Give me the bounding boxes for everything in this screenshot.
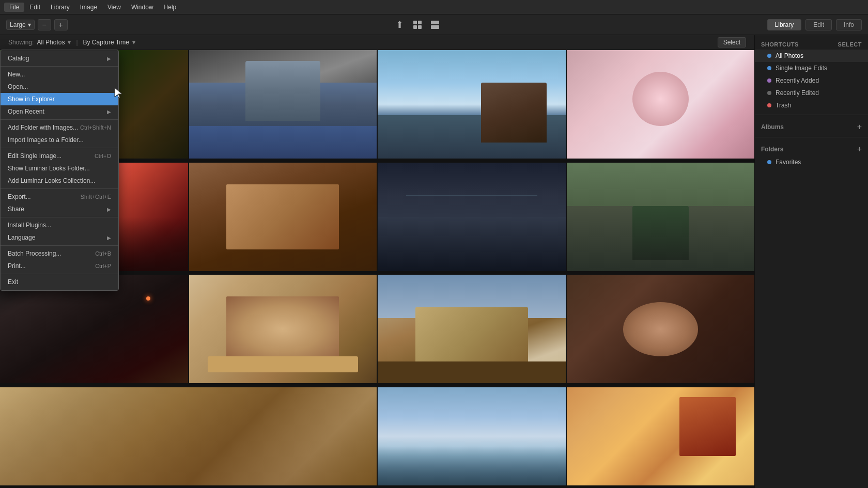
svg-rect-2 (413, 25, 417, 29)
dropdown-show-explorer[interactable]: Show in Explorer (1, 93, 118, 105)
zoom-in-button[interactable]: + (54, 19, 68, 30)
batch-label: Batch Processing... (8, 250, 61, 257)
photo-cell[interactable] (189, 275, 377, 383)
sidebar-item-recently-added[interactable]: Recently Added (755, 74, 868, 87)
svg-rect-5 (431, 25, 439, 29)
dropdown-add-folder[interactable]: Add Folder with Images... Ctrl+Shift+N (1, 121, 118, 134)
edit-tab[interactable]: Edit (805, 19, 832, 30)
sidebar-item-recently-edited[interactable]: Recently Edited (755, 87, 868, 99)
grid-view-icon[interactable] (410, 17, 425, 33)
sidebar-item-all-photos[interactable]: All Photos (755, 50, 868, 62)
size-label: Large (10, 21, 26, 28)
dropdown-new[interactable]: New... (1, 68, 118, 81)
dropdown-show-luminar-looks[interactable]: Show Luminar Looks Folder... (1, 162, 118, 175)
upload-icon[interactable]: ⬆ (392, 17, 408, 33)
open-label: Open... (8, 83, 28, 90)
dropdown-open-recent[interactable]: Open Recent ▶ (1, 105, 118, 118)
dropdown-separator (1, 66, 118, 67)
dropdown-language[interactable]: Language ▶ (1, 231, 118, 244)
zoom-out-button[interactable]: − (38, 19, 51, 30)
sidebar: Shortcuts Select All Photos Single Image… (754, 35, 868, 488)
menu-library[interactable]: Library (45, 3, 75, 12)
import-label: Import Images to a Folder... (8, 136, 84, 144)
info-tab[interactable]: Info (836, 19, 862, 30)
language-arrow-icon: ▶ (107, 235, 111, 241)
single-edits-label: Single Image Edits (776, 65, 827, 72)
dropdown-export[interactable]: Export... Shift+Ctrl+E (1, 191, 118, 203)
menu-edit[interactable]: Edit (24, 3, 45, 12)
print-label: Print... (8, 262, 26, 270)
show-explorer-label: Show in Explorer (8, 96, 55, 103)
sidebar-divider (755, 137, 868, 137)
recently-added-dot (767, 78, 771, 83)
sidebar-item-trash[interactable]: Trash (755, 99, 868, 112)
dropdown-catalog[interactable]: Catalog ▶ (1, 52, 118, 65)
photo-cell[interactable] (378, 275, 566, 383)
photo-cell[interactable] (567, 387, 755, 485)
photo-cell[interactable] (567, 163, 755, 271)
photo-cell[interactable] (189, 163, 377, 271)
showing-by-capture-time[interactable]: By Capture Time (83, 39, 129, 46)
add-folder-button[interactable]: + (857, 145, 862, 154)
photo-cell[interactable] (567, 50, 755, 159)
new-label: New... (8, 71, 25, 78)
dropdown-add-luminar-looks[interactable]: Add Luminar Looks Collection... (1, 175, 118, 187)
detail-view-icon[interactable] (427, 17, 443, 33)
batch-shortcut: Ctrl+B (95, 250, 111, 257)
capture-time-chevron-icon: ▾ (132, 39, 135, 46)
dropdown-share[interactable]: Share ▶ (1, 203, 118, 215)
showing-all-photos[interactable]: All Photos (37, 39, 65, 46)
select-button[interactable]: Select (718, 37, 746, 48)
photo-cell[interactable] (0, 387, 377, 485)
library-tab[interactable]: Library (767, 19, 802, 30)
main-layout: Showing: All Photos ▾ | By Capture Time … (0, 35, 868, 488)
photo-cell[interactable] (189, 50, 377, 159)
sidebar-item-favorites[interactable]: Favorites (755, 156, 868, 168)
add-luminar-looks-label: Add Luminar Looks Collection... (8, 177, 95, 184)
dropdown-separator (1, 217, 118, 217)
favorites-label: Favorites (776, 159, 801, 166)
menu-image[interactable]: Image (75, 3, 102, 12)
shortcuts-header: Shortcuts Select (755, 39, 868, 50)
dropdown-menu: Catalog ▶ New... Open... Show in Explore… (0, 50, 119, 291)
dropdown-separator (1, 119, 118, 120)
trash-label: Trash (776, 102, 791, 109)
showing-bar: Showing: All Photos ▾ | By Capture Time … (0, 35, 754, 50)
photo-grid-area: Showing: All Photos ▾ | By Capture Time … (0, 35, 754, 488)
folders-label: Folders (761, 146, 783, 153)
dropdown-exit[interactable]: Exit (1, 276, 118, 288)
dropdown-edit-single[interactable]: Edit Single Image... Ctrl+O (1, 150, 118, 162)
size-dropdown[interactable]: Large ▾ (6, 20, 35, 30)
dropdown-batch[interactable]: Batch Processing... Ctrl+B (1, 247, 118, 260)
single-edits-dot (767, 66, 771, 70)
photo-cell[interactable] (378, 50, 566, 159)
open-recent-arrow-icon: ▶ (107, 109, 111, 115)
photo-cell[interactable] (378, 387, 566, 485)
photo-cell[interactable] (567, 275, 755, 383)
dropdown-separator (1, 188, 118, 189)
add-album-button[interactable]: + (857, 122, 862, 132)
trash-dot (767, 103, 771, 107)
albums-label: Albums (761, 123, 784, 131)
dropdown-print[interactable]: Print... Ctrl+P (1, 260, 118, 272)
dropdown-import[interactable]: Import Images to a Folder... (1, 134, 118, 146)
svg-rect-0 (413, 21, 417, 24)
open-recent-label: Open Recent (8, 108, 44, 115)
dropdown-separator (1, 148, 118, 148)
edit-single-label: Edit Single Image... (8, 152, 61, 160)
menu-help[interactable]: Help (159, 3, 182, 12)
menu-file[interactable]: File (4, 3, 24, 12)
export-label: Export... (8, 193, 31, 200)
recently-added-label: Recently Added (776, 77, 819, 84)
language-label: Language (8, 234, 35, 241)
menu-bar: File Edit Library Image View Window Help (0, 0, 868, 14)
photo-cell[interactable] (0, 275, 188, 383)
sidebar-item-single-edits[interactable]: Single Image Edits (755, 62, 868, 74)
menu-window[interactable]: Window (126, 3, 159, 12)
export-shortcut: Shift+Ctrl+E (81, 194, 111, 200)
photo-cell[interactable] (378, 163, 566, 271)
menu-view[interactable]: View (102, 3, 126, 12)
dropdown-install-plugins[interactable]: Install Plugins... (1, 219, 118, 231)
dropdown-open[interactable]: Open... (1, 81, 118, 93)
svg-rect-4 (431, 21, 439, 24)
